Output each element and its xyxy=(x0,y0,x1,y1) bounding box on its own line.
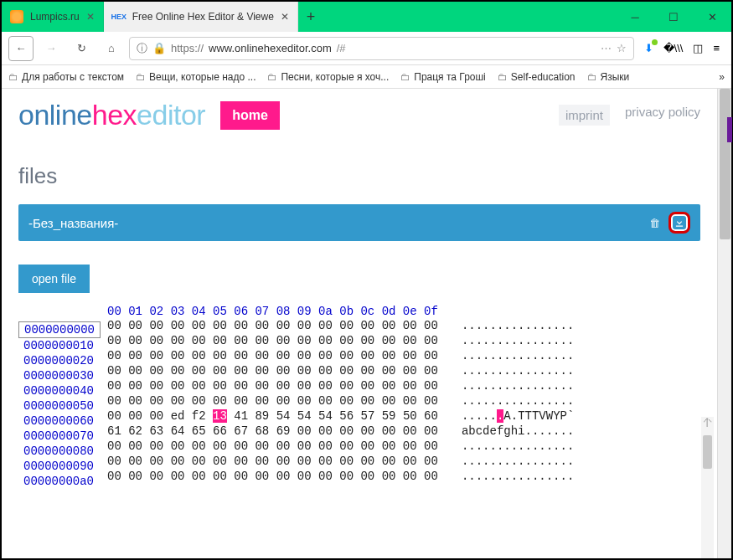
url-bar[interactable]: ⓘ 🔒 https://www.onlinehexeditor.com/# ⋯ … xyxy=(129,37,634,60)
folder-icon: 🗀 xyxy=(587,71,597,83)
site-info-icon[interactable]: ⓘ xyxy=(137,41,147,56)
navbar: ← → ↻ ⌂ ⓘ 🔒 https://www.onlinehexeditor.… xyxy=(2,32,731,65)
nav-forward-button[interactable]: → xyxy=(39,36,64,61)
offset-cell[interactable]: 0000000000 xyxy=(18,321,101,338)
browser-tab[interactable]: Lumpics.ru ✕ xyxy=(2,2,104,32)
hex-row[interactable]: 00 00 00 00 00 00 00 00 00 00 00 00 00 0… xyxy=(107,439,438,454)
tab-title: Lumpics.ru xyxy=(30,11,80,23)
folder-icon: 🗀 xyxy=(8,71,18,83)
offset-cell[interactable]: 0000000030 xyxy=(18,368,101,383)
bookmark-folder[interactable]: 🗀Вещи, которые надо ... xyxy=(136,71,256,83)
nav-home-button[interactable]: ⌂ xyxy=(99,36,124,61)
nav-reload-button[interactable]: ↻ xyxy=(69,36,94,61)
favicon-hex: HEX xyxy=(112,10,126,23)
offset-cell[interactable]: 0000000050 xyxy=(18,398,101,414)
folder-icon: 🗀 xyxy=(400,71,410,83)
page-content: onlinehexeditor home imprint privacy pol… xyxy=(2,89,717,558)
open-file-button[interactable]: open file xyxy=(18,265,90,293)
folder-icon: 🗀 xyxy=(267,71,277,83)
window-minimize-button[interactable]: ─ xyxy=(616,2,654,32)
scrollbar-thumb[interactable] xyxy=(703,435,712,469)
offset-cell[interactable]: 0000000060 xyxy=(18,414,101,429)
url-host: www.onlinehexeditor.com xyxy=(209,42,332,54)
privacy-link[interactable]: privacy policy xyxy=(625,105,700,126)
offset-cell[interactable]: 0000000070 xyxy=(18,429,101,444)
bookmark-folder[interactable]: 🗀Праця та Гроші xyxy=(400,71,486,83)
hex-viewer: 0000000000000000001000000000200000000030… xyxy=(18,305,700,489)
bookmarks-overflow-icon[interactable]: » xyxy=(719,71,725,83)
tab-title: Free Online Hex Editor & Viewe xyxy=(132,11,274,23)
bookmark-folder[interactable]: 🗀Языки xyxy=(587,71,630,83)
ascii-row[interactable]: ................ xyxy=(462,318,574,333)
ascii-row[interactable]: ................ xyxy=(462,348,574,363)
close-tab-icon[interactable]: ✕ xyxy=(86,11,95,23)
downloads-icon[interactable]: ⬇ xyxy=(644,42,653,54)
offset-cell[interactable]: 0000000010 xyxy=(18,338,101,353)
nav-back-button[interactable]: ← xyxy=(8,36,34,61)
hex-row[interactable]: 61 62 63 64 65 66 67 68 69 00 00 00 00 0… xyxy=(107,424,438,439)
ascii-row[interactable]: abcdefghi....... xyxy=(462,424,574,439)
download-file-button[interactable] xyxy=(668,212,690,234)
ascii-row[interactable]: ................ xyxy=(462,378,574,393)
ascii-row[interactable]: ................ xyxy=(462,439,574,454)
ascii-row[interactable]: ......A.TTTVWYP` xyxy=(462,408,574,424)
hex-row[interactable]: 00 00 00 ed f2 13 41 89 54 54 54 56 57 5… xyxy=(107,408,438,424)
hex-scrollbar[interactable]: 🡡 xyxy=(701,417,714,558)
offset-cell[interactable]: 00000000a0 xyxy=(18,474,101,489)
bookmarks-bar: 🗀Для работы с текстом 🗀Вещи, которые над… xyxy=(2,65,731,89)
offset-cell[interactable]: 0000000090 xyxy=(18,459,101,474)
file-name: -Без_названия- xyxy=(28,216,118,230)
files-heading: files xyxy=(18,163,700,189)
favicon-lumpics xyxy=(10,10,23,23)
file-bar[interactable]: -Без_названия- 🗑 xyxy=(18,204,700,241)
titlebar: Lumpics.ru ✕ HEX Free Online Hex Editor … xyxy=(2,2,731,32)
folder-icon: 🗀 xyxy=(136,71,146,83)
lock-icon: 🔒 xyxy=(152,42,166,54)
reader-mode-icon[interactable]: ⋯ xyxy=(601,42,612,54)
url-proto: https:// xyxy=(171,42,204,54)
sidebar-icon[interactable]: ◫ xyxy=(693,42,703,54)
hex-row[interactable]: 00 00 00 00 00 00 00 00 00 00 00 00 00 0… xyxy=(107,469,438,484)
browser-tab-active[interactable]: HEX Free Online Hex Editor & Viewe ✕ xyxy=(104,2,298,32)
window-maximize-button[interactable]: ☐ xyxy=(654,2,693,32)
library-icon[interactable]: �\\\ xyxy=(663,42,684,54)
folder-icon: 🗀 xyxy=(498,71,508,83)
scroll-marker xyxy=(727,117,731,142)
offset-cell[interactable]: 0000000080 xyxy=(18,444,101,459)
imprint-link[interactable]: imprint xyxy=(559,105,610,126)
hex-row[interactable]: 00 00 00 00 00 00 00 00 00 00 00 00 00 0… xyxy=(107,378,438,393)
page-scrollbar[interactable] xyxy=(717,89,731,558)
ascii-row[interactable]: ................ xyxy=(462,333,574,348)
offset-cell[interactable]: 0000000040 xyxy=(18,383,101,398)
bookmark-folder[interactable]: 🗀Песни, которые я хоч... xyxy=(267,71,389,83)
download-arrow-icon xyxy=(674,217,685,229)
hex-row[interactable]: 00 00 00 00 00 00 00 00 00 00 00 00 00 0… xyxy=(107,454,438,469)
new-tab-button[interactable]: + xyxy=(298,2,323,32)
hex-row[interactable]: 00 00 00 00 00 00 00 00 00 00 00 00 00 0… xyxy=(107,333,438,348)
ascii-row[interactable]: ................ xyxy=(462,363,574,378)
bookmark-folder[interactable]: 🗀Для работы с текстом xyxy=(8,71,124,83)
hex-row[interactable]: 00 00 00 00 00 00 00 00 00 00 00 00 00 0… xyxy=(107,363,438,378)
url-path: /# xyxy=(337,42,346,54)
hex-row[interactable]: 00 00 00 00 00 00 00 00 00 00 00 00 00 0… xyxy=(107,348,438,363)
bookmark-folder[interactable]: 🗀Self-education xyxy=(498,71,576,83)
hex-row[interactable]: 00 00 00 00 00 00 00 00 00 00 00 00 00 0… xyxy=(107,318,438,333)
scroll-up-icon[interactable]: 🡡 xyxy=(701,417,714,429)
hex-row[interactable]: 00 00 00 00 00 00 00 00 00 00 00 00 00 0… xyxy=(107,393,438,408)
offset-cell[interactable]: 0000000020 xyxy=(18,353,101,368)
window-close-button[interactable]: ✕ xyxy=(693,2,731,32)
menu-icon[interactable]: ≡ xyxy=(713,42,720,54)
home-link[interactable]: home xyxy=(220,101,280,130)
trash-icon[interactable]: 🗑 xyxy=(649,217,660,229)
ascii-row[interactable]: ................ xyxy=(462,469,574,484)
ascii-row[interactable]: ................ xyxy=(462,454,574,469)
bookmark-star-icon[interactable]: ☆ xyxy=(617,42,627,54)
hex-header: 00 01 02 03 04 05 06 07 08 09 0a 0b 0c 0… xyxy=(107,305,438,318)
ascii-row[interactable]: ................ xyxy=(462,393,574,408)
site-logo[interactable]: onlinehexeditor xyxy=(18,99,205,131)
close-tab-icon[interactable]: ✕ xyxy=(281,11,289,23)
scrollbar-thumb[interactable] xyxy=(720,89,730,239)
